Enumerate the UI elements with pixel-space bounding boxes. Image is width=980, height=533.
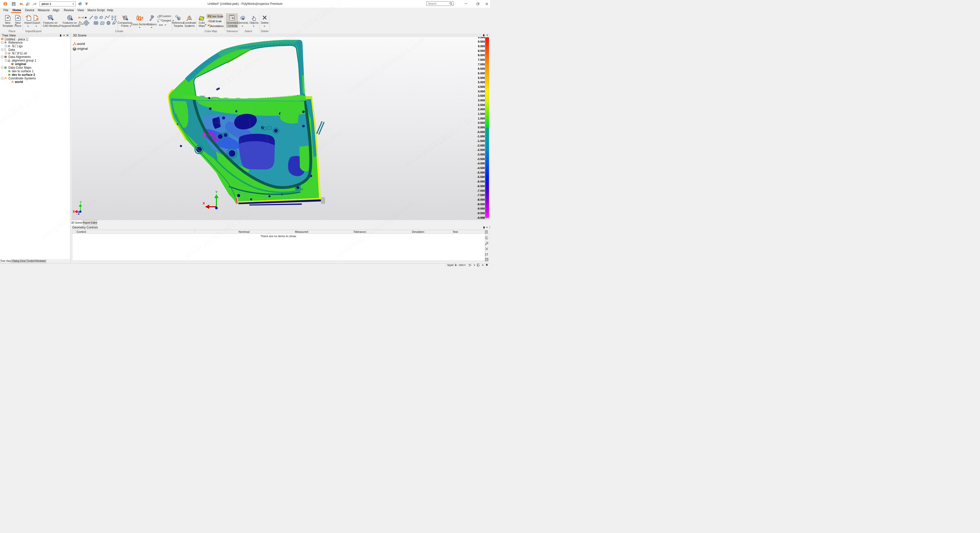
svg-text:X: X: [73, 210, 75, 213]
svg-text:i: i: [80, 3, 80, 5]
svg-text:Y: Y: [80, 200, 82, 204]
svg-text:A1: A1: [176, 16, 178, 17]
svg-text:X: X: [203, 201, 205, 205]
svg-text:Z: Z: [78, 212, 80, 215]
svg-text:110: 110: [4, 50, 6, 51]
svg-text:0.0: 0.0: [230, 18, 232, 20]
svg-text:Y: Y: [215, 190, 218, 194]
